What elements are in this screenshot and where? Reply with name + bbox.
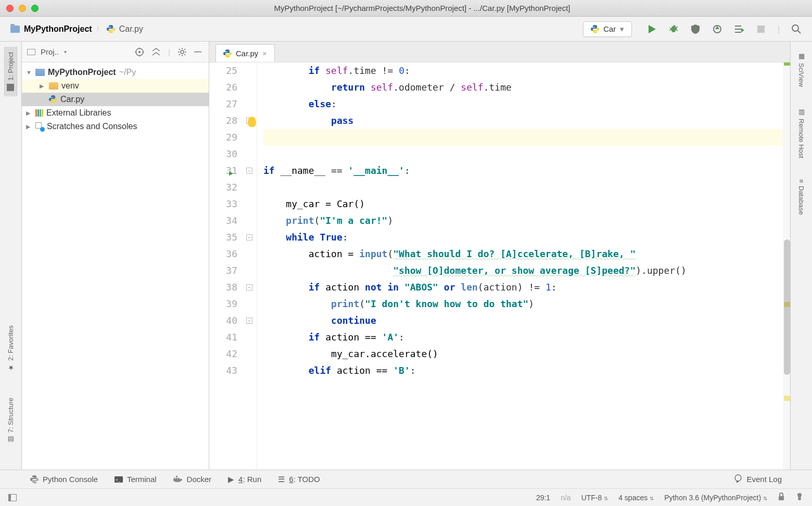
window-title: MyPythonProject [~/PycharmProjects/MyPyt…: [39, 4, 806, 12]
dropdown-icon: ▾: [620, 24, 624, 34]
status-na[interactable]: n/a: [561, 494, 570, 502]
svg-point-5: [792, 25, 798, 31]
editor-tab-car[interactable]: Car.py ×: [215, 44, 275, 62]
editor-scrollbar[interactable]: [783, 62, 790, 470]
editor-tabs: Car.py ×: [209, 42, 790, 62]
event-log-tab[interactable]: Event Log: [734, 474, 782, 484]
balloon-icon: [734, 474, 742, 484]
gutter-run-icon: ▶: [229, 165, 233, 181]
run-tab[interactable]: ▶ 4: Run: [228, 475, 261, 484]
dropdown-icon: ▾: [64, 49, 67, 55]
tree-file-car[interactable]: Car.py: [22, 93, 209, 106]
tree-venv[interactable]: ▶ venv: [22, 79, 209, 93]
close-window-button[interactable]: [6, 5, 14, 12]
main-area: 1: Project ★ 2: Favorites ▤ 7: Structure…: [0, 42, 812, 470]
terminal-icon: >_: [115, 476, 123, 483]
expand-icon[interactable]: ▶: [26, 123, 32, 130]
breadcrumb-project[interactable]: MyPythonProject: [24, 24, 92, 34]
python-file-icon: [49, 95, 57, 104]
svg-point-13: [735, 475, 741, 481]
run-tests-button[interactable]: [734, 24, 744, 34]
breadcrumb-file[interactable]: Car.py: [119, 24, 143, 34]
project-view-dropdown[interactable]: Proj..: [41, 47, 59, 56]
library-icon: [35, 109, 43, 117]
expand-icon[interactable]: ▶: [26, 110, 32, 117]
run-coverage-button[interactable]: [690, 24, 701, 34]
tree-root[interactable]: ▼ MyPythonProject ~/Py: [22, 66, 209, 79]
structure-icon: ▤: [8, 436, 14, 444]
chevron-right-icon: 〉: [96, 24, 103, 33]
folder-icon: [35, 69, 45, 76]
python-console-tab[interactable]: Python Console: [30, 475, 98, 484]
search-everywhere-button[interactable]: [791, 24, 802, 34]
interpreter-select[interactable]: Python 3.6 (MyPythonProject) ⇅: [664, 494, 767, 502]
expand-icon[interactable]: ▶: [40, 83, 46, 90]
folder-icon: [49, 82, 58, 90]
run-config-select[interactable]: Car ▾: [583, 21, 632, 37]
svg-rect-1: [735, 26, 741, 27]
line-number-gutter: 25262728293031323334353637383940414243: [209, 62, 245, 470]
profiler-button[interactable]: [712, 24, 722, 34]
svg-point-15: [798, 497, 801, 500]
right-tool-gutter: ▦ SciView ▥ Remote Host ≡ Database: [790, 42, 812, 470]
remote-host-tool-tab[interactable]: ▥ Remote Host: [795, 103, 807, 163]
tree-external-libs[interactable]: ▶ External Libraries: [22, 106, 209, 120]
run-config-label: Car: [603, 24, 616, 33]
sciview-tool-tab[interactable]: ▦ SciView: [795, 47, 807, 92]
database-tool-tab[interactable]: ≡ Database: [795, 174, 807, 220]
cursor-position[interactable]: 29:1: [536, 494, 550, 502]
status-bar: 29:1 n/a UTF-8 ⇅ 4 spaces ⇅ Python 3.6 (…: [0, 488, 812, 506]
inspections-icon[interactable]: [795, 492, 804, 502]
bottom-tool-bar: Python Console >_ Terminal Docker ▶ 4: R…: [0, 470, 812, 488]
star-icon: ★: [8, 364, 14, 372]
project-tree[interactable]: ▼ MyPythonProject ~/Py ▶ venv Car.py ▶ E…: [22, 62, 209, 136]
titlebar: MyPythonProject [~/PycharmProjects/MyPyt…: [0, 0, 812, 17]
docker-tab[interactable]: Docker: [173, 475, 212, 484]
project-panel: Proj.. ▾ | — ▼ MyPythonProject ~/Py ▶ ve…: [22, 42, 209, 470]
code-content[interactable]: if self.time != 0: return self.odometer …: [257, 62, 790, 470]
stop-button[interactable]: [756, 24, 766, 34]
collapse-all-icon[interactable]: [151, 47, 161, 57]
tool-windows-icon[interactable]: [8, 494, 17, 501]
sciview-icon: ▦: [797, 52, 805, 60]
play-icon: ▶: [228, 475, 234, 484]
project-tool-tab[interactable]: 1: Project: [4, 47, 17, 96]
python-file-icon: [223, 49, 232, 58]
svg-rect-4: [757, 26, 765, 33]
python-icon: [30, 475, 39, 484]
lightbulb-icon: [248, 117, 256, 127]
debug-button[interactable]: [668, 24, 679, 34]
run-button[interactable]: [646, 24, 657, 34]
terminal-tab[interactable]: >_ Terminal: [115, 475, 157, 484]
fold-gutter[interactable]: −−▶−−−: [245, 62, 257, 470]
svg-rect-2: [735, 29, 741, 30]
scroll-thumb[interactable]: [784, 239, 790, 375]
list-icon: ☰: [278, 475, 285, 484]
left-tool-gutter: 1: Project ★ 2: Favorites ▤ 7: Structure: [0, 42, 22, 470]
python-file-icon: [107, 25, 115, 33]
indent-select[interactable]: 4 spaces ⇅: [618, 494, 654, 502]
encoding-select[interactable]: UTF-8 ⇅: [581, 494, 608, 502]
maximize-window-button[interactable]: [31, 5, 39, 12]
target-icon[interactable]: [135, 47, 144, 57]
folder-icon: [10, 26, 20, 33]
docker-icon: [173, 475, 183, 484]
lock-icon[interactable]: [778, 492, 785, 502]
project-view-icon: [27, 49, 35, 55]
editor-tab-label: Car.py: [236, 49, 258, 58]
svg-point-7: [138, 51, 141, 53]
project-panel-header: Proj.. ▾ | —: [22, 42, 209, 62]
hide-icon[interactable]: —: [194, 47, 204, 57]
breadcrumb[interactable]: MyPythonProject 〉 Car.py: [10, 24, 143, 34]
expand-icon[interactable]: ▼: [26, 69, 32, 75]
tree-scratches[interactable]: ▶ Scratches and Consoles: [22, 120, 209, 133]
structure-tool-tab[interactable]: ▤ 7: Structure: [5, 393, 17, 449]
favorites-tool-tab[interactable]: ★ 2: Favorites: [5, 320, 17, 377]
gear-icon[interactable]: [177, 47, 187, 57]
minimize-window-button[interactable]: [19, 5, 26, 12]
todo-tab[interactable]: ☰ 6: TODO: [278, 475, 320, 484]
remote-icon: ▥: [797, 108, 805, 116]
code-editor[interactable]: 25262728293031323334353637383940414243 −…: [209, 62, 790, 470]
scroll-marker: [784, 62, 790, 66]
close-tab-icon[interactable]: ×: [262, 49, 267, 58]
